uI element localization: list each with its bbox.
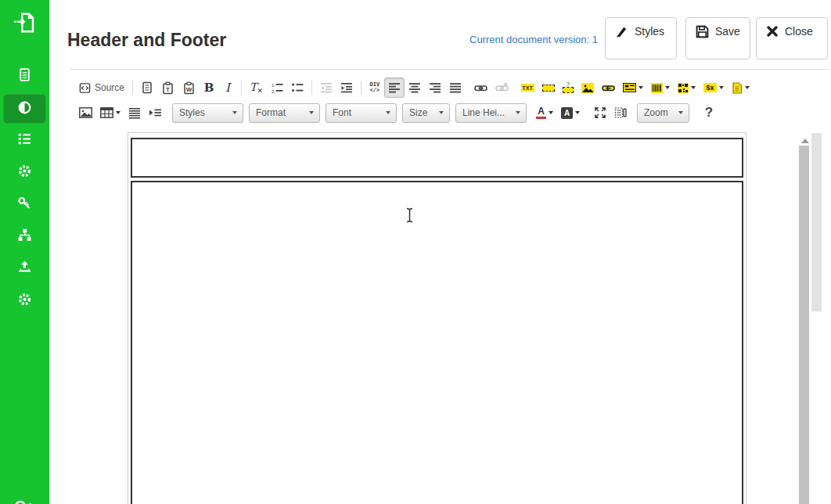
svg-text:W: W: [186, 86, 192, 93]
toolbar-row-1: Source T W B I T✕: [75, 76, 754, 99]
horizontal-rule-button[interactable]: [124, 103, 145, 123]
table-button[interactable]: [96, 103, 124, 123]
gear-icon: [17, 292, 32, 310]
sitemap-icon: [17, 228, 32, 246]
placeholder-document-icon: [732, 82, 743, 94]
paste-word-button[interactable]: W: [178, 77, 200, 98]
sidebar-item-keys[interactable]: [0, 189, 49, 219]
editor-header-region[interactable]: [131, 138, 743, 178]
app-logo[interactable]: [0, 6, 49, 42]
sidebar-item-header-footer[interactable]: [0, 94, 49, 124]
bold-button[interactable]: B: [200, 77, 218, 98]
page-title: Header and Footer: [67, 30, 226, 51]
placeholder-field-button[interactable]: [538, 77, 559, 98]
paste-word-icon: W: [182, 81, 196, 95]
justify-button[interactable]: [445, 77, 466, 98]
placeholder-optional-field-button[interactable]: ?: [559, 77, 577, 98]
link-button[interactable]: [470, 77, 491, 98]
italic-button[interactable]: I: [218, 77, 237, 98]
placeholder-text-icon: TXT: [521, 84, 534, 92]
sidebar-item-partial-bottom[interactable]: [11, 495, 39, 504]
styles-combo[interactable]: Styles: [172, 103, 243, 123]
page-scrollbar-thumb[interactable]: [811, 133, 822, 311]
barcode-button[interactable]: [647, 77, 674, 98]
dropdown-caret-icon: [678, 111, 683, 114]
dropdown-caret-icon: [719, 86, 724, 89]
font-combo-label: Font: [333, 107, 351, 118]
size-combo-label: Size: [409, 107, 427, 118]
maximize-icon: [594, 106, 606, 119]
div-container-icon: DIV</>: [370, 82, 380, 93]
line-height-combo[interactable]: Line Hei...: [455, 103, 527, 123]
align-left-button[interactable]: [384, 77, 405, 98]
placeholder-form-button[interactable]: [619, 77, 647, 98]
document-version-label: Current document version: 1: [469, 34, 603, 45]
italic-icon: I: [225, 81, 230, 95]
formula-button[interactable]: $x: [700, 77, 728, 98]
source-button[interactable]: Source: [75, 77, 128, 98]
align-right-button[interactable]: [425, 77, 445, 98]
numbered-list-button[interactable]: 1. 2.: [267, 77, 287, 98]
zoom-combo[interactable]: Zoom: [637, 103, 689, 123]
placeholder-image-button[interactable]: [577, 77, 598, 98]
styles-button[interactable]: Styles: [605, 17, 677, 59]
unlink-button[interactable]: [491, 77, 513, 98]
sidebar-item-documents[interactable]: [0, 61, 49, 91]
new-page-button[interactable]: [137, 77, 157, 98]
save-button[interactable]: Save: [685, 17, 750, 59]
sidebar-item-configuration[interactable]: [0, 286, 49, 315]
dropdown-caret-icon: [745, 86, 750, 89]
align-center-icon: [408, 81, 421, 94]
placeholder-document-button[interactable]: [728, 77, 754, 98]
editor-body-region[interactable]: [131, 181, 743, 504]
editor-scrollbar-up-arrow[interactable]: [801, 139, 809, 143]
remove-format-button[interactable]: T✕: [246, 77, 267, 98]
gear-icon: [17, 164, 32, 182]
placeholder-field-icon: [542, 85, 555, 92]
show-blocks-button[interactable]: [610, 103, 631, 123]
maximize-button[interactable]: [590, 103, 610, 123]
indent-button[interactable]: [336, 77, 357, 98]
unlink-icon: [495, 81, 509, 95]
outdent-button[interactable]: [316, 77, 336, 98]
sidebar-item-settings[interactable]: [0, 157, 49, 187]
barcode-icon: [651, 83, 663, 93]
bulleted-list-button[interactable]: [287, 77, 308, 98]
source-button-label: Source: [95, 82, 124, 93]
about-help-button[interactable]: ?: [700, 103, 718, 123]
placeholder-text-button[interactable]: TXT: [517, 77, 538, 98]
size-combo[interactable]: Size: [402, 103, 450, 123]
text-color-button[interactable]: A: [532, 103, 557, 123]
close-button[interactable]: Close: [756, 17, 828, 59]
format-combo[interactable]: Format: [249, 103, 320, 123]
placeholder-link-button[interactable]: [598, 77, 619, 98]
text-cursor-ibeam: [405, 207, 415, 226]
image-icon: [79, 107, 92, 118]
remove-format-icon: T✕: [250, 81, 263, 95]
sidebar-item-hierarchy[interactable]: [0, 221, 49, 251]
line-height-combo-label: Line Hei...: [462, 107, 505, 118]
justify-icon: [449, 81, 462, 94]
dropdown-caret-icon: [549, 111, 553, 114]
page-break-button[interactable]: [145, 103, 166, 123]
list-icon: [17, 131, 32, 149]
paste-text-button[interactable]: T: [157, 77, 178, 98]
bold-icon: B: [204, 81, 214, 95]
logo-document-arrow-icon: [13, 11, 37, 38]
paste-text-icon: T: [161, 81, 174, 95]
bg-color-button[interactable]: A: [557, 103, 584, 123]
div-container-button[interactable]: DIV</>: [365, 77, 384, 98]
align-center-button[interactable]: [405, 77, 425, 98]
font-combo[interactable]: Font: [326, 103, 397, 123]
align-right-icon: [429, 81, 441, 94]
editor-scrollbar-thumb[interactable]: [799, 146, 809, 504]
toolbar-separator: [311, 81, 312, 95]
sidebar-item-list[interactable]: [0, 125, 49, 155]
upload-icon: [17, 260, 32, 278]
sidebar-item-upload[interactable]: [0, 254, 49, 283]
key-icon: [17, 196, 32, 214]
qrcode-button[interactable]: [674, 77, 700, 98]
image-button[interactable]: [75, 103, 96, 123]
save-icon: [696, 25, 709, 38]
show-blocks-icon: [614, 106, 627, 119]
